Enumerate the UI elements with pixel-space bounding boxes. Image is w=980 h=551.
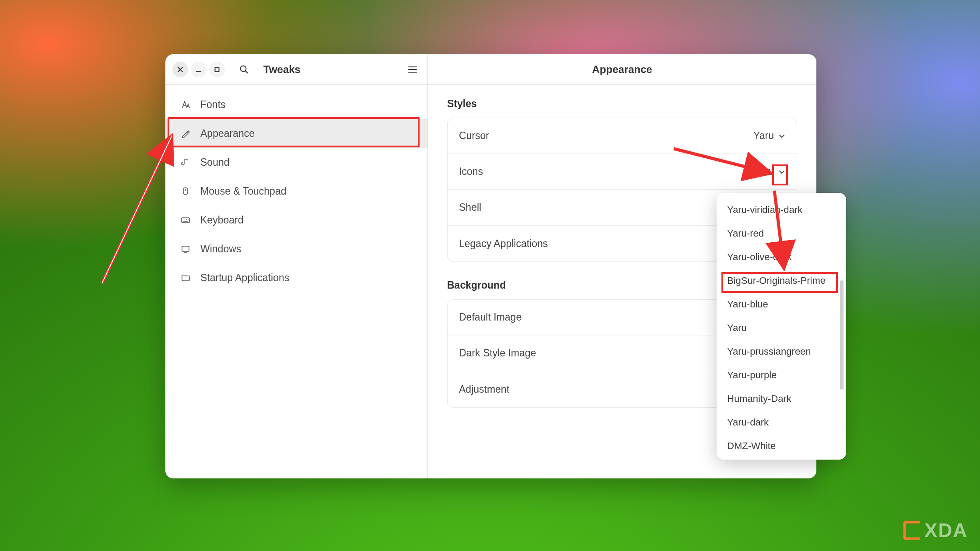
row-icons[interactable]: Icons Yaru bbox=[448, 154, 797, 190]
row-label: Dark Style Image bbox=[459, 347, 536, 359]
row-label: Shell bbox=[459, 202, 481, 213]
sidebar-headerbar: Tweaks bbox=[165, 54, 427, 85]
dropdown-item[interactable]: Yaru-dark bbox=[717, 411, 846, 434]
sidebar-nav: Fonts Appearance Sound Mouse & Touchpad bbox=[165, 85, 427, 297]
dropdown-item-label: Yaru-blue bbox=[727, 299, 768, 310]
sidebar-item-label: Appearance bbox=[200, 128, 255, 139]
icons-dropdown[interactable]: Yaru-viridian-dark Yaru-red Yaru-olive-d… bbox=[717, 193, 846, 460]
dropdown-item[interactable]: Yaru-blue bbox=[717, 293, 846, 316]
sidebar-item-label: Sound bbox=[200, 157, 230, 168]
sound-icon bbox=[179, 157, 192, 167]
folder-icon bbox=[179, 273, 192, 282]
sidebar-item-appearance[interactable]: Appearance bbox=[165, 119, 427, 148]
row-value-cursor[interactable]: Yaru bbox=[753, 130, 785, 142]
appearance-icon bbox=[179, 129, 192, 138]
dropdown-item-label: Yaru bbox=[727, 322, 747, 334]
search-button[interactable] bbox=[236, 62, 252, 77]
dropdown-item[interactable]: Yaru bbox=[717, 316, 846, 340]
app-title: Tweaks bbox=[263, 63, 301, 76]
svg-rect-5 bbox=[182, 246, 189, 251]
svg-rect-0 bbox=[215, 67, 219, 71]
dropdown-item-label: Yaru-olive-dark bbox=[727, 251, 792, 263]
sidebar-item-label: Startup Applications bbox=[200, 272, 289, 284]
keyboard-icon bbox=[179, 215, 192, 225]
dropdown-item[interactable]: Yaru-purple bbox=[717, 363, 846, 387]
row-label: Adjustment bbox=[459, 384, 509, 395]
dropdown-item[interactable]: Yaru-viridian-dark bbox=[717, 198, 846, 222]
minimize-button[interactable] bbox=[191, 62, 206, 77]
sidebar-item-label: Windows bbox=[200, 243, 241, 255]
dropdown-item-label: Yaru-dark bbox=[727, 417, 769, 428]
watermark-bracket-icon bbox=[903, 521, 920, 540]
dropdown-scrollbar[interactable] bbox=[840, 280, 844, 390]
minimize-icon bbox=[196, 66, 202, 73]
sidebar-item-keyboard[interactable]: Keyboard bbox=[165, 206, 427, 234]
dropdown-item[interactable]: DMZ-White bbox=[717, 434, 846, 458]
dropdown-item[interactable]: Yaru-prussiangreen bbox=[717, 340, 846, 363]
fonts-icon bbox=[179, 100, 192, 109]
maximize-button[interactable] bbox=[209, 62, 225, 77]
dropdown-item[interactable]: Yaru-red bbox=[717, 222, 846, 245]
row-label: Icons bbox=[459, 166, 483, 178]
content-header: Appearance bbox=[428, 54, 816, 85]
row-value-text: Yaru bbox=[753, 130, 774, 142]
row-cursor[interactable]: Cursor Yaru bbox=[448, 118, 797, 154]
sidebar-item-windows[interactable]: Windows bbox=[165, 234, 427, 263]
sidebar-item-label: Fonts bbox=[200, 99, 226, 111]
svg-rect-2 bbox=[183, 188, 188, 195]
dropdown-item[interactable]: Humanity-Dark bbox=[717, 387, 846, 411]
sidebar-item-mouse-touchpad[interactable]: Mouse & Touchpad bbox=[165, 177, 427, 206]
close-button[interactable] bbox=[172, 62, 188, 77]
windows-icon bbox=[179, 244, 192, 254]
dropdown-item-label: DMZ-White bbox=[727, 440, 776, 452]
watermark-text: XDA bbox=[924, 520, 968, 541]
dropdown-item-label: Yaru-prussiangreen bbox=[727, 346, 811, 357]
content-title: Appearance bbox=[592, 63, 652, 76]
hamburger-menu-button[interactable] bbox=[405, 62, 420, 77]
row-label: Legacy Applications bbox=[459, 238, 548, 250]
sidebar-item-label: Keyboard bbox=[200, 214, 243, 226]
dropdown-item-label: Humanity-Dark bbox=[727, 393, 791, 405]
row-label: Cursor bbox=[459, 130, 489, 142]
chevron-down-icon bbox=[778, 133, 785, 139]
search-icon bbox=[239, 65, 249, 74]
maximize-icon bbox=[214, 66, 220, 73]
dropdown-item[interactable]: Yaru-olive-dark bbox=[717, 245, 846, 269]
watermark: XDA bbox=[903, 520, 968, 541]
row-value-text: Yaru bbox=[753, 166, 774, 178]
sidebar-item-sound[interactable]: Sound bbox=[165, 148, 427, 177]
hamburger-icon bbox=[408, 66, 417, 73]
section-title-styles: Styles bbox=[447, 98, 797, 110]
close-icon bbox=[177, 66, 183, 73]
dropdown-item[interactable]: BigSur-Originals-Prime bbox=[717, 269, 846, 293]
chevron-down-icon bbox=[778, 168, 785, 175]
row-label: Default Image bbox=[459, 311, 522, 323]
sidebar: Tweaks Fonts Appearance bbox=[165, 54, 428, 478]
dropdown-item-label: Yaru-purple bbox=[727, 370, 777, 381]
dropdown-item-label: Yaru-viridian-dark bbox=[727, 204, 802, 216]
sidebar-item-label: Mouse & Touchpad bbox=[200, 185, 287, 197]
svg-rect-4 bbox=[182, 218, 189, 223]
mouse-icon bbox=[179, 186, 192, 196]
row-value-icons[interactable]: Yaru bbox=[753, 166, 785, 178]
sidebar-item-startup-applications[interactable]: Startup Applications bbox=[165, 263, 427, 292]
sidebar-item-fonts[interactable]: Fonts bbox=[165, 90, 427, 119]
dropdown-item-label: BigSur-Originals-Prime bbox=[727, 275, 826, 286]
dropdown-item-label: Yaru-red bbox=[727, 228, 764, 239]
